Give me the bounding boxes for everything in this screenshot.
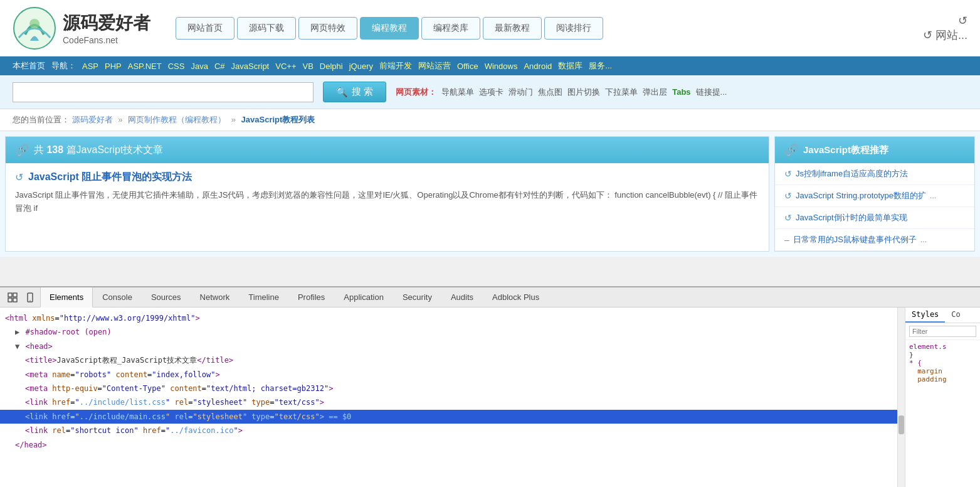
devtools-scrollbar[interactable]	[897, 308, 905, 487]
tab-timeline[interactable]: Timeline	[239, 287, 288, 308]
sidebar-link-1[interactable]: Js控制iframe自适应高度的方法	[796, 168, 908, 179]
devtools-toolbar: Elements Console Sources Network Timelin…	[0, 287, 980, 308]
articles-header-icon: 🔗	[15, 143, 29, 157]
sidebar-header-icon: 🔗	[784, 143, 798, 157]
tab-adblock[interactable]: Adblock Plus	[483, 287, 549, 308]
articles-count: 138	[46, 144, 63, 155]
sec-nav-label: 导航：	[51, 60, 76, 72]
refresh-icon-2[interactable]: ↺ 网站...	[923, 28, 967, 43]
sec-nav-office[interactable]: Office	[457, 62, 478, 71]
tab-network[interactable]: Network	[191, 287, 240, 308]
sec-nav-db[interactable]: 数据库	[558, 60, 582, 72]
sidebar-link-4[interactable]: 日常常用的JS鼠标键盘事件代例子	[793, 234, 917, 245]
dev-line-link-list: <link href="../include/list.css" rel="st…	[0, 395, 897, 409]
tab-security[interactable]: Security	[393, 287, 441, 308]
article-icon: ↺	[15, 171, 23, 183]
sidebar-trunc-2: ...	[930, 191, 936, 200]
inspect-icon	[8, 292, 18, 302]
nav-item-new[interactable]: 最新教程	[483, 17, 542, 40]
sidebar-link-3[interactable]: JavaScript倒计时的最简单实现	[796, 212, 907, 223]
sec-nav-vcpp[interactable]: VC++	[275, 62, 296, 71]
expand-shadow[interactable]: ▶	[15, 328, 19, 336]
devtools-elements-panel[interactable]: <html xmlns="http://www.w3.org/1999/xhtm…	[0, 308, 897, 487]
sidebar-link-2[interactable]: JavaScript String.prototype数组的扩	[796, 190, 926, 201]
article-link[interactable]: JavaScript 阻止事件冒泡的实现方法	[28, 171, 192, 184]
sec-nav-android[interactable]: Android	[524, 62, 552, 71]
nav-item-effects[interactable]: 网页特效	[298, 17, 357, 40]
tab-application[interactable]: Application	[334, 287, 393, 308]
sidebar-item-icon-4: –	[784, 235, 789, 245]
mat-tabs[interactable]: 选项卡	[479, 87, 503, 98]
mat-links[interactable]: 链接提...	[696, 87, 727, 98]
search-button[interactable]: 🔍 搜 索	[323, 82, 386, 102]
devtools-tabs: Elements Console Sources Network Timelin…	[40, 287, 549, 308]
logo-icon	[13, 6, 56, 50]
svg-rect-4	[8, 298, 12, 302]
main-content: 🔗 共 138 篇JavaScript技术文章 ↺ JavaScript 阻止事…	[0, 131, 980, 257]
sec-nav-aspnet[interactable]: ASP.NET	[128, 62, 162, 71]
refresh-icon-1[interactable]: ↺	[958, 14, 967, 28]
tab-audits[interactable]: Audits	[441, 287, 483, 308]
sidebar-item-4: – 日常常用的JS鼠标键盘事件代例子...	[775, 229, 974, 251]
mat-nav[interactable]: 导航菜单	[441, 87, 474, 98]
mat-dropdown[interactable]: 下拉菜单	[605, 87, 638, 98]
nav-item-source[interactable]: 源码下载	[237, 17, 296, 40]
styles-line-4: margin	[909, 367, 976, 375]
search-icon: 🔍	[336, 87, 348, 98]
mat-focus[interactable]: 焦点图	[538, 87, 562, 98]
sec-nav-jquery[interactable]: jQuery	[349, 62, 373, 71]
tab-console[interactable]: Console	[93, 287, 142, 308]
sec-nav-css[interactable]: CSS	[168, 62, 185, 71]
dev-line-link-main[interactable]: <link href="../include/main.css" rel="st…	[0, 410, 897, 424]
sec-nav-windows[interactable]: Windows	[485, 62, 518, 71]
styles-line-3: * {	[909, 359, 976, 367]
sec-nav-csharp[interactable]: C#	[214, 62, 225, 71]
sec-nav-webops[interactable]: 网站运营	[418, 60, 451, 72]
styles-line-1: element.s	[909, 343, 976, 351]
sec-nav-java[interactable]: Java	[191, 62, 208, 71]
styles-tab-co[interactable]: Co	[945, 308, 966, 323]
styles-tab-styles[interactable]: Styles	[905, 308, 945, 323]
header-right: ↺ ↺ 网站...	[923, 14, 967, 43]
dev-line-meta-robots: <meta name="robots" content="index,follo…	[0, 368, 897, 382]
mat-popup[interactable]: 弹出层	[643, 87, 667, 98]
sidebar-trunc-4: ...	[920, 235, 927, 244]
top-nav: 网站首页 源码下载 网页特效 编程教程 编程类库 最新教程 阅读排行	[176, 17, 923, 40]
sec-nav-delphi[interactable]: Delphi	[320, 62, 343, 71]
sec-nav-frontend[interactable]: 前端开发	[379, 60, 412, 72]
nav-item-home[interactable]: 网站首页	[176, 17, 234, 40]
tab-elements[interactable]: Elements	[40, 287, 93, 308]
sec-nav-asp[interactable]: ASP	[82, 62, 98, 71]
devtools-body: <html xmlns="http://www.w3.org/1999/xhtm…	[0, 308, 980, 487]
breadcrumb-section[interactable]: 网页制作教程（编程教程）	[128, 115, 226, 124]
nav-item-libs[interactable]: 编程类库	[421, 17, 480, 40]
mat-slide[interactable]: 滑动门	[508, 87, 533, 98]
styles-filter-input[interactable]	[909, 326, 976, 337]
expand-head[interactable]: ▼	[15, 342, 19, 351]
dev-line-html: <html xmlns="http://www.w3.org/1999/xhtm…	[0, 311, 897, 325]
nav-item-rank[interactable]: 阅读排行	[544, 17, 603, 40]
breadcrumb-home[interactable]: 源码爱好者	[72, 115, 113, 124]
nav-item-tutorials[interactable]: 编程教程	[360, 17, 419, 40]
sidebar-item-2: ↺ JavaScript String.prototype数组的扩...	[775, 185, 974, 207]
devtools-inspect-btn[interactable]	[5, 290, 20, 305]
mat-tablabel[interactable]: Tabs	[672, 87, 690, 97]
dev-line-meta-ct: <meta http-equiv="Content-Type" content=…	[0, 382, 897, 395]
sec-nav-vb[interactable]: VB	[302, 62, 313, 71]
devtools-mobile-btn[interactable]	[23, 290, 38, 305]
mat-imgswitch[interactable]: 图片切换	[567, 87, 600, 98]
tab-profiles[interactable]: Profiles	[288, 287, 334, 308]
breadcrumb-sep-2: »	[231, 115, 238, 124]
sec-nav-php[interactable]: PHP	[105, 62, 122, 71]
breadcrumb-prefix: 您的当前位置：	[13, 115, 70, 124]
svg-point-7	[29, 300, 31, 301]
breadcrumb-current: JavaScript教程列表	[241, 115, 315, 124]
articles-header: 🔗 共 138 篇JavaScript技术文章	[6, 137, 769, 163]
svg-rect-3	[13, 293, 17, 297]
tab-sources[interactable]: Sources	[142, 287, 191, 308]
sec-nav-javascript[interactable]: JavaScript	[231, 62, 270, 71]
search-input[interactable]	[13, 82, 313, 102]
sidebar-title: JavaScript教程推荐	[803, 144, 888, 156]
web-materials-label: 网页素材：	[396, 87, 436, 98]
sec-nav-more[interactable]: 服务...	[589, 60, 612, 72]
